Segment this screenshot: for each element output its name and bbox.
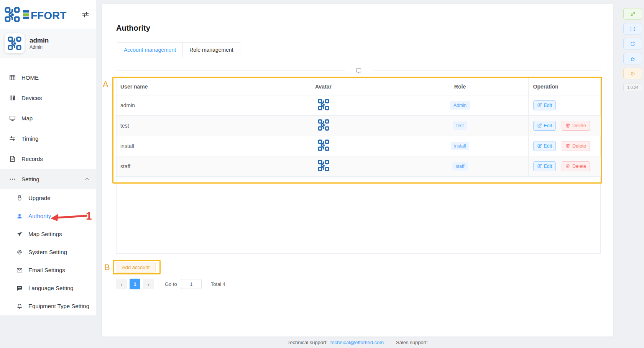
column-header-username: User name [117, 78, 255, 95]
sales-support-label: Sales support: [396, 340, 428, 345]
delete-button[interactable]: Delete [562, 161, 590, 171]
sidebar-item-label: System Setting [28, 249, 67, 255]
role-cell: staff [392, 156, 528, 176]
column-header-avatar: Avatar [255, 78, 392, 95]
table-row: test test Edit Delete [117, 115, 601, 136]
sidebar-item-authority[interactable]: Authority [0, 207, 96, 225]
username-cell: install [117, 136, 255, 156]
avatar-cell [255, 115, 392, 136]
tab-role-management[interactable]: Role management [183, 42, 240, 57]
power-button[interactable] [623, 68, 642, 79]
fullscreen-icon [630, 26, 636, 32]
sidebar-header: FFORT [0, 0, 96, 29]
monitor-icon [9, 115, 16, 122]
sidebar-item-label: Email Settings [28, 267, 65, 273]
trash-icon [565, 143, 570, 148]
prev-page-button[interactable]: ‹ [116, 279, 127, 289]
role-badge: Admin [450, 101, 470, 110]
edit-button[interactable]: Edit [533, 161, 556, 171]
edit-button[interactable]: Edit [533, 141, 556, 151]
panel-divider [116, 67, 601, 74]
delete-button[interactable]: Delete [562, 141, 590, 151]
role-cell: Admin [392, 95, 528, 115]
sidebar-group-setting[interactable]: Setting [0, 169, 96, 189]
monitor-icon [355, 67, 362, 74]
delete-button-label: Delete [572, 123, 586, 128]
brand-wordmark: FFORT [23, 9, 70, 20]
sidebar-item-language-setting[interactable]: Language Setting [0, 279, 96, 297]
qr-avatar-icon [318, 99, 329, 110]
link-tool-button[interactable] [623, 8, 642, 20]
sidebar-item-label: Setting [21, 176, 39, 182]
total-count: Total 4 [211, 281, 225, 287]
operation-cell: Edit Delete [528, 156, 601, 176]
floating-toolbar: 1.0.24 [623, 8, 642, 91]
sidebar-item-records[interactable]: Records [0, 149, 96, 169]
edit-button-label: Edit [544, 123, 552, 128]
brand-qr-logo-icon [5, 7, 20, 22]
sidebar-item-map-settings[interactable]: Map Settings [0, 225, 96, 243]
document-icon [9, 155, 16, 163]
username-cell: test [117, 115, 255, 136]
link-icon [630, 11, 636, 17]
refresh-button[interactable] [623, 38, 642, 49]
refresh-icon [630, 41, 636, 47]
role-badge: staff [452, 162, 468, 171]
tab-account-management[interactable]: Account management [117, 42, 183, 57]
sidebar-user-panel: admin Admin [0, 29, 96, 57]
next-page-button[interactable]: › [143, 279, 154, 289]
qr-avatar-icon [318, 119, 329, 131]
sidebar-item-upgrade[interactable]: Upgrade [0, 189, 96, 207]
sidebar-item-label: Timing [21, 135, 38, 142]
user-info: admin Admin [30, 36, 49, 50]
chat-icon [16, 285, 23, 292]
edit-button[interactable]: Edit [533, 121, 556, 131]
tab-bar: Account management Role management [117, 42, 601, 57]
page-1-button[interactable]: 1 [130, 279, 140, 289]
svg-text:FFORT: FFORT [31, 9, 66, 20]
user-icon [16, 213, 23, 220]
qr-avatar-icon [318, 160, 329, 171]
delete-button-label: Delete [572, 164, 586, 169]
sliders-icon [9, 135, 16, 142]
avatar [5, 33, 25, 53]
sidebar-item-devices[interactable]: Devices [0, 88, 96, 108]
version-badge: 1.0.24 [623, 84, 642, 91]
sidebar-item-timing[interactable]: Timing [0, 128, 96, 149]
goto-label: Go to [165, 281, 177, 287]
add-account-button[interactable]: Add account [116, 262, 156, 272]
role-badge: test [453, 121, 467, 130]
username-cell: admin [117, 95, 255, 115]
sidebar-item-system-setting[interactable]: System Setting [0, 243, 96, 261]
table-header-row: User name Avatar Role Operation [117, 78, 601, 95]
delete-button[interactable]: Delete [562, 121, 590, 131]
table-row: staff staff Edit Delete [117, 156, 601, 176]
gear-icon [16, 249, 23, 256]
accounts-table: User name Avatar Role Operation admin Ad… [116, 78, 601, 254]
sidebar-item-label: Upgrade [28, 195, 51, 201]
operation-cell: Edit [528, 95, 601, 115]
sidebar-item-home[interactable]: HOME [0, 67, 96, 88]
app-root: FFORT admin Admin HO [0, 0, 644, 348]
hand-tool-button[interactable] [623, 53, 642, 64]
sidebar-item-equipment-type-setting[interactable]: Equipment Type Setting [0, 297, 96, 315]
goto-page-input[interactable] [181, 279, 202, 289]
collapse-sliders-icon[interactable] [81, 10, 90, 19]
qr-avatar-icon [318, 140, 329, 151]
technical-support-email-link[interactable]: technical@effortled.com [330, 340, 384, 345]
sidebar-item-map[interactable]: Map [0, 108, 96, 128]
role-cell: test [392, 115, 528, 136]
devices-icon [9, 94, 16, 102]
avatar-cell [255, 95, 392, 115]
pagination: ‹ 1 › Go to Total 4 [116, 279, 225, 289]
sidebar-item-label: HOME [21, 74, 39, 81]
footer: Technical support: technical@effortled.c… [102, 340, 613, 345]
role-badge: install [451, 142, 470, 150]
thumb-hand-icon [630, 56, 636, 62]
edit-button[interactable]: Edit [533, 100, 556, 110]
sidebar-item-email-settings[interactable]: Email Settings [0, 261, 96, 279]
fullscreen-button[interactable] [623, 23, 642, 34]
edit-icon [537, 143, 542, 148]
page-title: Authority [116, 24, 150, 33]
envelope-icon [16, 267, 23, 274]
